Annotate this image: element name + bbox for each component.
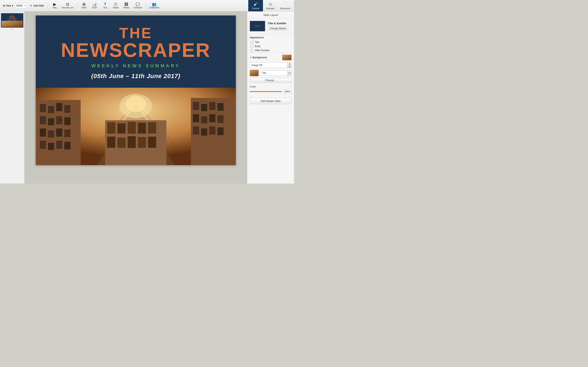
keynote-live-label: Keynote Live xyxy=(62,7,73,9)
tile-arrow[interactable]: ⬆⬇ xyxy=(287,71,291,75)
scale-section: Scale 100% ▲ ▼ xyxy=(247,83,294,95)
building-illustration xyxy=(36,88,236,165)
body-checkbox[interactable] xyxy=(251,45,253,48)
panel-title: Slide Layout xyxy=(247,11,294,18)
edit-master-slide-button[interactable]: Edit Master Slide xyxy=(250,98,292,104)
image-fill-dropdown[interactable]: Image Fill ⬆⬇ xyxy=(250,62,292,68)
stepper-up-icon: ⬆⬇ xyxy=(289,63,290,67)
toolbar-separator-1 xyxy=(48,2,48,9)
zoom-control[interactable]: 102% ▾ xyxy=(15,3,27,8)
zoom-value: 102% xyxy=(15,4,24,7)
master-info: Title & Subtitle Change Master xyxy=(268,22,292,31)
svg-rect-11 xyxy=(48,131,54,138)
comment-icon: 💬 xyxy=(136,2,140,6)
slide-title-the: THE xyxy=(48,26,224,40)
slide-thumbnail-1[interactable]: THE NEWSCRAPER WEEKLY NEWS SUMMARY (05th… xyxy=(1,13,24,28)
chart-icon: 📊 xyxy=(92,2,97,6)
scale-stepper[interactable]: ▲ ▼ xyxy=(291,90,292,93)
svg-rect-2 xyxy=(40,104,46,112)
table-icon: ⊞ xyxy=(82,2,86,6)
add-slide-label: Add Slide xyxy=(34,4,44,7)
background-preview[interactable] xyxy=(282,55,292,60)
slide-number-checkbox-label[interactable]: Slide Number xyxy=(255,49,270,52)
comment-button[interactable]: 💬 Comment xyxy=(132,1,143,10)
main-area: THE NEWSCRAPER WEEKLY NEWS SUMMARY (05th… xyxy=(0,11,294,184)
scale-increment[interactable]: ▲ xyxy=(291,90,292,92)
format-tab[interactable]: 🖌 Format xyxy=(248,0,263,11)
svg-rect-24 xyxy=(201,116,207,123)
svg-rect-44 xyxy=(148,137,156,148)
svg-rect-4 xyxy=(56,103,62,111)
svg-rect-17 xyxy=(64,142,70,150)
appearance-header: Appearance xyxy=(247,34,294,40)
keynote-live-button[interactable]: ⊡ Keynote Live xyxy=(61,1,75,10)
svg-rect-21 xyxy=(209,102,215,110)
slide-subtitle: WEEKLY NEWS SUMMARY xyxy=(48,63,224,68)
table-label: Table xyxy=(81,7,86,9)
document-icon: 📄 xyxy=(283,2,288,7)
play-icon: ▶ xyxy=(53,2,56,6)
change-master-button[interactable]: Change Master xyxy=(268,26,288,31)
zoom-arrow[interactable]: ▾ xyxy=(24,4,27,7)
svg-rect-35 xyxy=(107,122,115,133)
scale-value-box[interactable]: 100% ▲ ▼ xyxy=(283,89,292,94)
svg-rect-6 xyxy=(40,116,46,124)
svg-rect-5 xyxy=(64,105,70,113)
grid-icon: ⊞ xyxy=(3,4,5,7)
svg-rect-43 xyxy=(138,137,146,148)
choose-button[interactable]: Choose… xyxy=(250,78,292,83)
tile-dropdown[interactable]: Tile ⬆⬇ xyxy=(260,70,292,76)
svg-rect-20 xyxy=(201,104,207,111)
media-label: Media xyxy=(123,7,129,9)
scale-slider[interactable] xyxy=(250,91,282,92)
master-thumbnail: Lorem Ipsum DolorSome Info xyxy=(250,21,265,31)
tile-thumbnail xyxy=(250,70,259,76)
master-name: Title & Subtitle xyxy=(268,22,292,25)
play-button[interactable]: ▶ Play xyxy=(50,1,60,10)
collaborate-button[interactable]: 👥 Collaborate xyxy=(148,1,160,10)
text-button[interactable]: T Text xyxy=(100,1,110,10)
scale-decrement[interactable]: ▼ xyxy=(291,92,292,93)
chart-label: Chart xyxy=(92,7,97,9)
keynote-live-icon: ⊡ xyxy=(66,2,69,6)
svg-rect-10 xyxy=(40,128,46,137)
slide-number-checkbox[interactable] xyxy=(251,49,253,52)
document-tab[interactable]: 📄 Document xyxy=(278,0,292,11)
svg-rect-9 xyxy=(64,117,70,125)
toolbar-separator-3 xyxy=(145,2,146,9)
image-fill-arrow[interactable]: ⬆⬇ xyxy=(287,63,291,68)
right-panel: Slide Layout Lorem Ipsum DolorSome Info … xyxy=(247,11,294,184)
chart-button[interactable]: 📊 Chart xyxy=(90,1,99,10)
svg-rect-13 xyxy=(64,129,70,137)
svg-rect-29 xyxy=(209,126,215,134)
svg-rect-37 xyxy=(128,122,136,134)
svg-rect-23 xyxy=(193,114,199,122)
title-checkbox[interactable] xyxy=(251,41,253,44)
collaborate-label: Collaborate xyxy=(149,7,159,9)
shape-icon: ⬡ xyxy=(114,2,117,6)
scale-value: 100% xyxy=(284,90,291,93)
body-checkbox-label[interactable]: Body xyxy=(255,45,260,48)
format-icon: 🖌 xyxy=(254,2,258,7)
shape-button[interactable]: ⬡ Shape xyxy=(111,1,121,10)
slide-number-checkbox-row: Slide Number xyxy=(247,48,294,52)
slide-title-main: NEWSCRAPER xyxy=(48,40,224,60)
svg-rect-22 xyxy=(217,103,224,111)
shape-label: Shape xyxy=(113,7,119,9)
canvas-area[interactable]: THE NEWSCRAPER WEEKLY NEWS SUMMARY (05th… xyxy=(25,11,247,184)
svg-rect-25 xyxy=(209,114,215,122)
view-button[interactable]: ⊞ View ▾ xyxy=(2,3,14,9)
animate-tab[interactable]: ◇ Animate xyxy=(263,0,278,11)
svg-rect-26 xyxy=(217,115,224,123)
media-button[interactable]: 🖼 Media xyxy=(121,1,131,10)
chevron-down-icon: ▾ xyxy=(12,4,13,7)
title-checkbox-label[interactable]: Title xyxy=(255,41,259,44)
format-tab-label: Format xyxy=(252,7,259,9)
media-icon: 🖼 xyxy=(125,2,128,6)
table-button[interactable]: ⊞ Table xyxy=(79,1,89,10)
add-slide-button[interactable]: ＋ Add Slide xyxy=(28,3,45,9)
tile-row: Tile ⬆⬇ xyxy=(247,69,294,77)
comment-label: Comment xyxy=(133,7,142,9)
svg-rect-7 xyxy=(48,118,54,125)
svg-rect-14 xyxy=(40,141,46,149)
